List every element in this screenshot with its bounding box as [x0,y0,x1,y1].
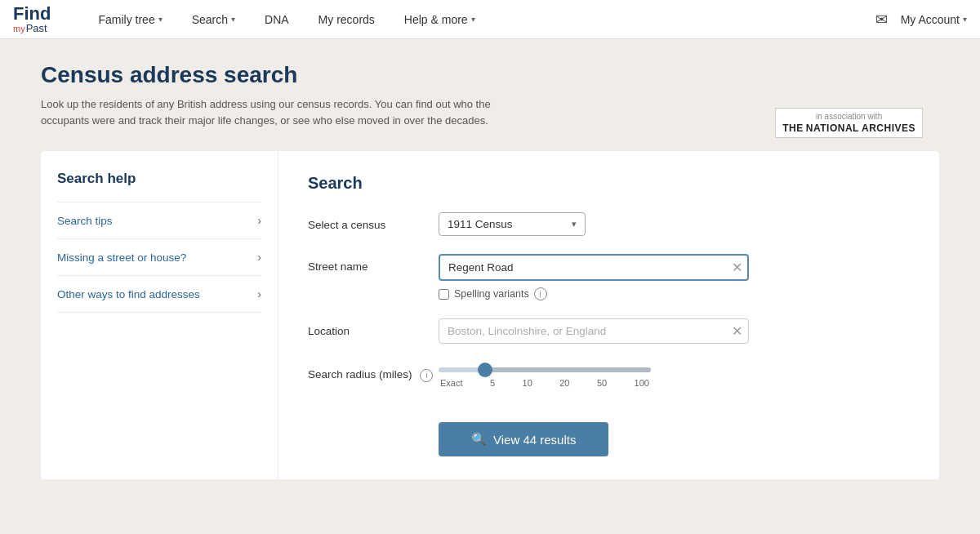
chevron-down-icon: ▾ [471,15,475,24]
chevron-right-icon: › [257,287,261,300]
view-results-button[interactable]: 🔍 View 44 results [439,422,608,456]
sidebar: Search help Search tips › Missing a stre… [41,151,278,479]
location-input-wrapper: ✕ [439,318,749,344]
spelling-variants-label[interactable]: Spelling variants [454,288,529,300]
census-field: 1911 Census ▾ [439,212,910,236]
chevron-right-icon: › [257,251,261,264]
account-menu[interactable]: My Account ▾ [901,13,967,26]
search-panel: Search Select a census 1911 Census ▾ Str… [278,151,939,479]
street-row: Street name ✕ Spelling variants i [308,254,910,300]
census-row: Select a census 1911 Census ▾ [308,212,910,236]
tick-exact: Exact [440,378,463,388]
location-row: Location ✕ [308,318,910,344]
sidebar-item-missing-street[interactable]: Missing a street or house? › [57,239,261,276]
location-input[interactable] [439,318,749,344]
spelling-variants-row: Spelling variants i [439,287,910,300]
spelling-variants-info-icon[interactable]: i [534,287,547,300]
tick-10: 10 [523,378,532,388]
nav-item-family-tree[interactable]: Family tree ▾ [83,0,176,39]
logo-my: my [13,24,25,33]
chevron-down-icon: ▾ [158,15,163,24]
street-label: Street name [308,254,439,273]
street-input-wrapper: ✕ [439,254,749,281]
site-logo[interactable]: Find my Past [13,5,51,33]
chevron-down-icon: ▾ [231,15,235,24]
bottom-row: 🔍 View 44 results [308,406,910,456]
nav-item-dna[interactable]: DNA [250,0,304,39]
nav-item-search[interactable]: Search ▾ [177,0,250,39]
page-content: Census address search Look up the reside… [24,39,956,502]
street-field: ✕ Spelling variants i [439,254,910,300]
nav-item-help[interactable]: Help & more ▾ [390,0,490,39]
page-description: Look up the residents of any British add… [41,96,531,128]
association-line1: THE [782,122,804,134]
tick-20: 20 [559,378,569,388]
sidebar-item-other-ways[interactable]: Other ways to find addresses › [57,276,261,313]
nav-right: ✉ My Account ▾ [875,11,967,29]
association-prefix: in association with [782,112,915,121]
sidebar-item-search-tips[interactable]: Search tips › [57,202,261,239]
tick-5: 5 [490,378,495,388]
location-label: Location [308,318,439,337]
radius-field: Exact 5 10 20 50 100 [439,362,910,388]
census-select[interactable]: 1911 Census ▾ [439,212,586,236]
page-title: Census address search [41,62,939,88]
radius-info-icon[interactable]: i [420,369,433,382]
location-field: ✕ [439,318,910,344]
slider-labels: Exact 5 10 20 50 100 [439,378,651,388]
spelling-variants-checkbox[interactable] [439,289,449,300]
nav-links: Family tree ▾ Search ▾ DNA My records He… [83,0,875,39]
tick-100: 100 [635,378,649,388]
tick-50: 50 [597,378,607,388]
search-icon: 🔍 [471,432,487,447]
logo-find: Find [13,5,51,23]
page-top: Census address search Look up the reside… [41,62,939,128]
chevron-down-icon: ▾ [572,219,577,229]
clear-location-icon[interactable]: ✕ [732,323,742,339]
radius-row: Search radius (miles) i Exact 5 10 20 50… [308,362,910,388]
association-badge: in association with THE NATIONAL ARCHIVE… [775,108,923,138]
association-line3: ARCHIVES [862,122,915,134]
logo-past: Past [26,23,47,33]
main-grid: Search help Search tips › Missing a stre… [41,151,939,479]
search-panel-title: Search [308,174,910,193]
street-input[interactable] [439,254,749,281]
radius-label: Search radius (miles) i [308,362,439,382]
clear-street-icon[interactable]: ✕ [732,260,742,275]
navbar: Find my Past Family tree ▾ Search ▾ DNA … [0,0,980,39]
sidebar-title: Search help [57,171,261,187]
nav-item-my-records[interactable]: My records [304,0,390,39]
radius-label-text: Search radius (miles) [308,368,412,380]
chevron-right-icon: › [257,214,261,227]
association-line2: NATIONAL [806,122,859,134]
census-label: Select a census [308,212,439,231]
radius-slider[interactable] [439,367,651,372]
chevron-down-icon: ▾ [963,15,967,24]
mail-icon[interactable]: ✉ [875,11,888,29]
